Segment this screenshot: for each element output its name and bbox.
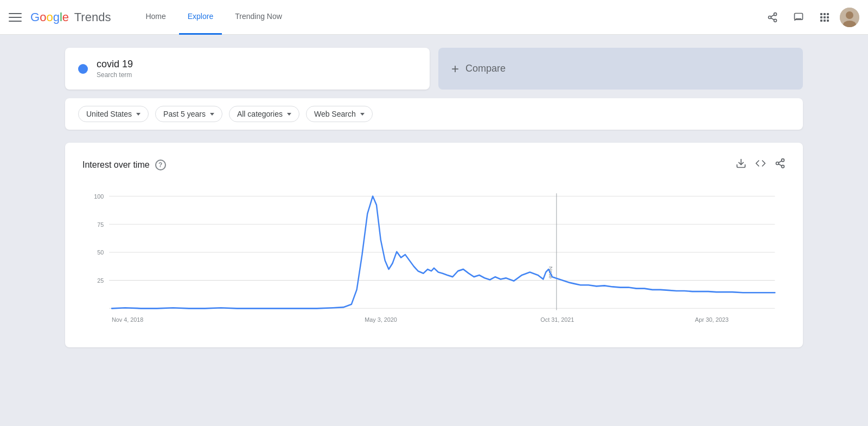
compare-plus-icon: + [451,61,459,77]
chart-container: 100 75 50 25 Note Nov 4, 2018 May 3, 202… [82,185,786,336]
nav-home[interactable]: Home [137,0,174,35]
filter-row: United States Past 5 years All categorie… [65,98,803,130]
compare-box[interactable]: + Compare [438,48,803,90]
svg-text:100: 100 [94,193,104,200]
svg-line-3 [771,18,774,20]
nav-explore[interactable]: Explore [179,0,222,35]
chart-actions [736,158,786,171]
svg-text:Nov 4, 2018: Nov 4, 2018 [112,316,143,323]
main-content: covid 19 Search term + Compare United St… [0,35,868,360]
share-icon-button[interactable] [762,7,783,28]
search-text: covid 19 Search term [97,59,133,79]
main-header: Google Trends Home Explore Trending Now [0,0,868,35]
trends-text: Trends [71,10,111,24]
svg-text:75: 75 [97,221,104,228]
svg-line-14 [778,161,782,162]
svg-text:25: 25 [97,277,104,284]
chevron-down-icon [287,113,291,116]
compare-label: Compare [465,63,506,74]
filter-search-type[interactable]: Web Search [306,106,373,122]
trend-chart-svg: 100 75 50 25 Note Nov 4, 2018 May 3, 202… [82,185,786,336]
search-term: covid 19 [97,59,133,70]
chart-section: Interest over time ? [65,143,803,347]
chevron-down-icon [360,113,365,116]
search-type: Search term [97,71,133,79]
search-box: covid 19 Search term [65,48,430,90]
svg-line-4 [771,15,774,16]
chart-title: Interest over time [82,160,150,170]
filter-region[interactable]: United States [78,106,149,122]
help-icon[interactable]: ? [155,160,166,170]
filter-region-label: United States [86,110,132,118]
header-left: Google Trends Home Explore Trending Now [9,0,291,35]
filter-time-label: Past 5 years [163,110,206,118]
svg-text:50: 50 [97,249,104,256]
filter-time[interactable]: Past 5 years [155,106,222,122]
google-trends-logo[interactable]: Google Trends [30,10,111,24]
feedback-icon-button[interactable] [788,7,809,28]
hamburger-menu[interactable] [9,11,22,24]
nav-trending-now[interactable]: Trending Now [226,0,291,35]
embed-icon[interactable] [755,158,766,171]
google-text: Google [30,10,69,24]
main-nav: Home Explore Trending Now [137,0,290,35]
apps-icon-button[interactable] [814,7,835,28]
chart-title-row: Interest over time ? [82,160,166,170]
header-right [762,7,859,28]
filter-category-label: All categories [237,110,283,118]
search-dot [78,64,88,74]
filter-search-type-label: Web Search [314,110,356,118]
svg-text:May 3, 2020: May 3, 2020 [365,316,397,323]
user-avatar[interactable] [840,8,859,27]
share-chart-icon[interactable] [775,158,786,171]
chevron-down-icon [136,113,141,116]
svg-line-13 [778,164,782,166]
chevron-down-icon [210,113,214,116]
svg-text:Apr 30, 2023: Apr 30, 2023 [695,316,729,323]
svg-point-7 [846,11,853,19]
svg-text:Oct 31, 2021: Oct 31, 2021 [540,316,574,323]
search-row: covid 19 Search term + Compare [65,48,803,90]
filter-category[interactable]: All categories [229,106,299,122]
download-icon[interactable] [736,158,746,171]
chart-header: Interest over time ? [82,158,786,171]
